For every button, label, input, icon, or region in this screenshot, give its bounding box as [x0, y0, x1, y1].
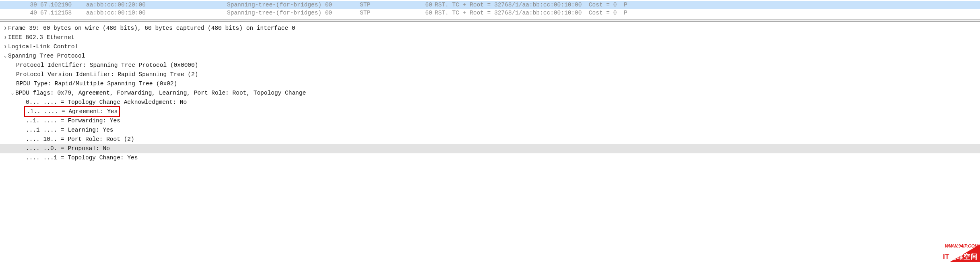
tree-item-flag-forwarding[interactable]: ..1. .... = Forwarding: Yes — [0, 116, 980, 126]
tree-label: Logical-Link Control — [8, 42, 78, 52]
tree-label: 0... .... = Topology Change Acknowledgme… — [26, 98, 187, 107]
tree-item-flag-tca[interactable]: 0... .... = Topology Change Acknowledgme… — [0, 98, 980, 107]
packet-row[interactable]: 40 67.112158 aa:bb:cc:00:10:00 Spanning-… — [0, 9, 980, 17]
packet-no: 40 — [0, 9, 40, 17]
packet-info: RST. TC + Root = 32768/1/aa:bb:cc:00:10:… — [432, 9, 980, 17]
tree-item-llc[interactable]: ❯ Logical-Link Control — [0, 42, 980, 52]
tree-item-flag-port-role[interactable]: .... 10.. = Port Role: Root (2) — [0, 135, 980, 144]
tree-item-ethernet[interactable]: ❯ IEEE 802.3 Ethernet — [0, 33, 980, 42]
tree-item-bpdu-flags[interactable]: ⌄ BPDU flags: 0x79, Agreement, Forwardin… — [0, 89, 980, 98]
highlighted-field: .1.. .... = Agreement: Yes — [24, 106, 120, 117]
tree-item-flag-topology-change[interactable]: .... ...1 = Topology Change: Yes — [0, 153, 980, 163]
packet-protocol: STP — [360, 9, 416, 17]
packet-dest: Spanning-tree-(for-bridges)_00 — [227, 9, 360, 17]
tree-item-protocol-identifier[interactable]: Protocol Identifier: Spanning Tree Proto… — [0, 61, 980, 70]
packet-time: 67.112158 — [40, 9, 86, 17]
tree-item-bpdu-type[interactable]: BPDU Type: Rapid/Multiple Spanning Tree … — [0, 79, 980, 89]
packet-time: 67.102190 — [40, 1, 86, 9]
tree-item-flag-proposal[interactable]: .... ..0. = Proposal: No — [0, 144, 980, 153]
packet-dest: Spanning-tree-(for-bridges)_00 — [227, 1, 360, 9]
packet-protocol: STP — [360, 1, 416, 9]
tree-label: Frame 39: 60 bytes on wire (480 bits), 6… — [8, 24, 295, 33]
tree-label: Protocol Version Identifier: Rapid Spann… — [16, 70, 198, 79]
packet-length: 60 — [416, 1, 432, 9]
chevron-right-icon: ❯ — [2, 33, 8, 42]
tree-label: .... ...1 = Topology Change: Yes — [26, 153, 138, 163]
packet-list-pane: 39 67.102190 aa:bb:cc:00:20:00 Spanning-… — [0, 0, 980, 20]
tree-label: ...1 .... = Learning: Yes — [26, 126, 113, 135]
tree-label: BPDU Type: Rapid/Multiple Spanning Tree … — [16, 79, 177, 89]
tree-label: .... ..0. = Proposal: No — [26, 144, 110, 153]
chevron-down-icon: ⌄ — [2, 52, 8, 61]
packet-info: RST. TC + Root = 32768/1/aa:bb:cc:00:10:… — [432, 1, 980, 9]
packet-source: aa:bb:cc:00:10:00 — [86, 9, 227, 17]
chevron-down-icon: ⌄ — [10, 89, 15, 98]
chevron-right-icon: ❯ — [2, 42, 8, 52]
tree-label: .... 10.. = Port Role: Root (2) — [26, 135, 134, 144]
packet-no: 39 — [0, 1, 40, 9]
tree-item-flag-learning[interactable]: ...1 .... = Learning: Yes — [0, 126, 980, 135]
tree-item-flag-agreement[interactable]: .1.. .... = Agreement: Yes — [0, 107, 980, 116]
packet-row[interactable]: 39 67.102190 aa:bb:cc:00:20:00 Spanning-… — [0, 1, 980, 9]
tree-item-stp[interactable]: ⌄ Spanning Tree Protocol — [0, 52, 980, 61]
packet-source: aa:bb:cc:00:20:00 — [86, 1, 227, 9]
tree-label: IEEE 802.3 Ethernet — [8, 33, 74, 42]
packet-details-pane: ❯ Frame 39: 60 bytes on wire (480 bits),… — [0, 22, 980, 163]
packet-length: 60 — [416, 9, 432, 17]
tree-label: Spanning Tree Protocol — [8, 52, 85, 61]
chevron-right-icon: ❯ — [2, 24, 8, 33]
tree-label: ..1. .... = Forwarding: Yes — [26, 116, 120, 126]
tree-item-frame[interactable]: ❯ Frame 39: 60 bytes on wire (480 bits),… — [0, 24, 980, 33]
tree-label: Protocol Identifier: Spanning Tree Proto… — [16, 61, 198, 70]
tree-label: BPDU flags: 0x79, Agreement, Forwarding,… — [15, 89, 306, 98]
tree-item-protocol-version[interactable]: Protocol Version Identifier: Rapid Spann… — [0, 70, 980, 79]
